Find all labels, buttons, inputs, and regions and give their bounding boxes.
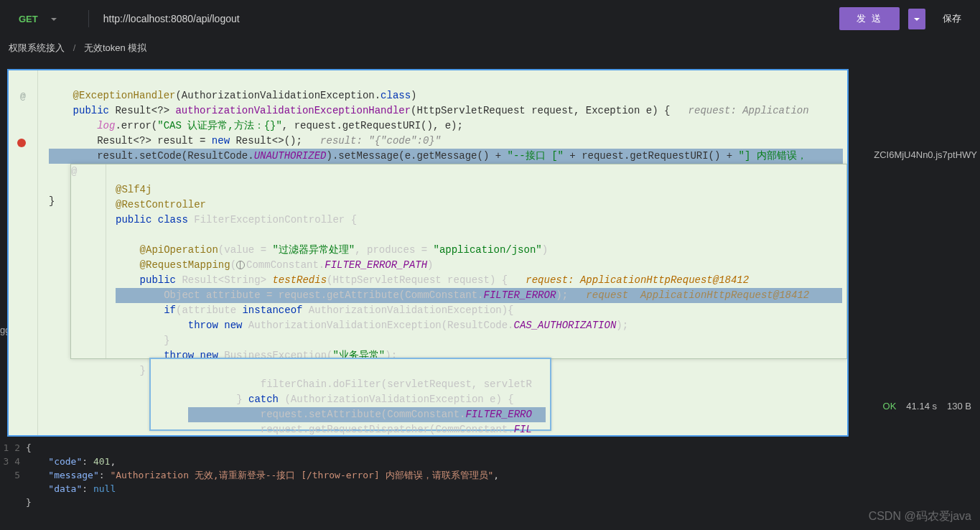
breadcrumb-sep: / <box>73 42 76 53</box>
save-button[interactable]: 保存 <box>933 8 971 29</box>
http-method-select[interactable]: GET <box>9 9 81 29</box>
status-size: 130 B <box>947 401 971 412</box>
http-method-value: GET <box>19 14 38 24</box>
send-button[interactable]: 发 送 <box>839 7 900 30</box>
code-overlay-inner: @ @Slf4j @RestController public class Fi… <box>70 164 847 359</box>
response-json: 1 2 3 4 5 { "code": 401, "message": "Aut… <box>0 441 980 509</box>
response-status: OK 41.14 s 130 B <box>883 401 971 412</box>
override-icon: @ <box>20 89 26 104</box>
inner2-body[interactable]: filterChain.doFilter(servletRequest, ser… <box>184 359 550 437</box>
code-gutter: @ <box>9 70 45 435</box>
highlighted-line: Object attribute = request.getAttribute(… <box>116 288 842 303</box>
separator <box>88 10 89 27</box>
override-icon: @ <box>71 166 77 177</box>
watermark: CSDN @码农爱java <box>869 509 971 524</box>
token-fragment: ZCI6MjU4Nn0.js7ptHWY <box>874 149 980 160</box>
chevron-down-icon <box>51 18 57 21</box>
breadcrumb-root[interactable]: 权限系统接入 <box>9 42 65 53</box>
status-ok: OK <box>883 401 897 412</box>
url-input[interactable] <box>96 9 833 29</box>
breadcrumb-leaf: 无效token 模拟 <box>84 42 146 53</box>
globe-icon <box>236 261 245 269</box>
code-overlay-main: @ @ExceptionHandler(AuthorizationValidat… <box>7 69 849 437</box>
json-line-numbers: 1 2 3 4 5 <box>0 441 26 509</box>
inner2-gutter <box>151 359 184 429</box>
highlighted-line: result.setCode(ResultCode.UNAUTHORIZED).… <box>49 149 843 164</box>
inner-gutter: @ <box>71 164 111 358</box>
json-body[interactable]: { "code": 401, "message": "Authorization… <box>26 441 980 509</box>
highlighted-line: request.setAttribute(CommConstant.FILTER… <box>188 407 546 422</box>
code-overlay-inner2: filterChain.doFilter(servletRequest, ser… <box>149 358 551 431</box>
status-time: 41.14 s <box>906 401 937 412</box>
breadcrumb: 权限系统接入 / 无效token 模拟 <box>0 37 980 60</box>
breakpoint-icon[interactable] <box>17 139 26 147</box>
request-bar: GET 发 送 保存 <box>0 0 980 37</box>
send-dropdown[interactable] <box>908 9 925 29</box>
chevron-down-icon <box>914 18 920 21</box>
